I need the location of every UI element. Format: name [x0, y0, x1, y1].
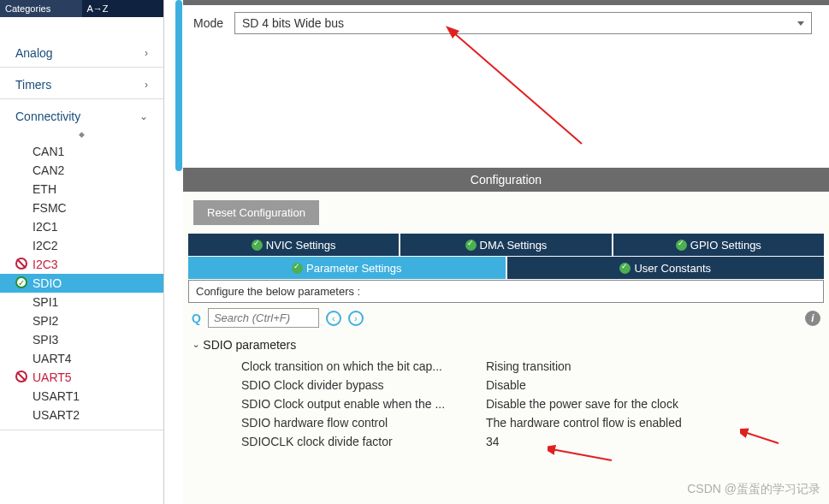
periph-uart4[interactable]: UART4 — [0, 349, 163, 368]
param-value[interactable]: Rising transition — [486, 359, 817, 373]
main-panel: Mode SD 4 bits Wide bus Configuration Re… — [183, 0, 829, 504]
param-name: Clock transition on which the bit cap... — [195, 359, 486, 373]
disabled-icon — [15, 371, 27, 382]
periph-uart5[interactable]: UART5 — [0, 368, 163, 387]
tab-parameter-settings[interactable]: Parameter Settings — [188, 257, 506, 279]
param-name: SDIO Clock output enable when the ... — [195, 397, 486, 411]
periph-can1[interactable]: CAN1 — [0, 142, 163, 161]
param-section-header[interactable]: ›SDIO parameters — [195, 336, 817, 353]
search-row: Q ‹ › i — [188, 303, 824, 333]
search-input[interactable] — [208, 308, 319, 328]
periph-spi1[interactable]: SPI1 — [0, 293, 163, 311]
periph-can2[interactable]: CAN2 — [0, 161, 163, 180]
periph-i2c3[interactable]: I2C3 — [0, 255, 163, 274]
periph-sdio[interactable]: ✓SDIO — [0, 274, 163, 293]
tab-gpio-settings[interactable]: GPIO Settings — [613, 234, 824, 256]
chevron-down-icon: ⌄ — [139, 110, 148, 122]
periph-eth[interactable]: ETH — [0, 180, 163, 199]
disabled-icon — [15, 258, 27, 270]
sidebar: Categories A→Z Analog › Timers › Connect… — [0, 0, 164, 504]
param-row[interactable]: SDIO Clock divider bypassDisable — [195, 376, 817, 394]
check-icon — [676, 240, 687, 251]
peripheral-list: CAN1 CAN2 ETH FSMC I2C1 I2C2 I2C3 ✓SDIO … — [0, 140, 163, 430]
reset-configuration-button[interactable]: Reset Configuration — [193, 200, 319, 225]
check-icon — [619, 263, 631, 274]
mode-label: Mode — [193, 16, 234, 30]
az-tab[interactable]: A→Z — [82, 0, 164, 17]
param-value[interactable]: 34 — [486, 435, 817, 448]
category-connectivity[interactable]: Connectivity ⌄ — [0, 99, 163, 130]
param-value[interactable]: The hardware control flow is enabled — [486, 416, 817, 430]
sidebar-header: Categories A→Z — [0, 0, 163, 17]
config-hint: Configure the below parameters : — [188, 280, 824, 303]
category-label: Analog — [15, 46, 53, 60]
chevron-right-icon: › — [145, 47, 148, 59]
check-icon — [292, 263, 303, 274]
periph-usart1[interactable]: USART1 — [0, 387, 163, 406]
param-name: SDIO Clock divider bypass — [195, 378, 486, 392]
chevron-down-icon: › — [192, 345, 201, 347]
param-value[interactable]: Disable — [486, 378, 817, 392]
sort-icon[interactable]: ◆ — [0, 130, 163, 140]
tab-dma-settings[interactable]: DMA Settings — [400, 234, 611, 256]
category-analog[interactable]: Analog › — [0, 36, 163, 67]
param-section: ›SDIO parameters Clock transition on whi… — [188, 333, 824, 454]
periph-i2c1[interactable]: I2C1 — [0, 217, 163, 236]
check-icon: ✓ — [15, 276, 27, 288]
periph-spi2[interactable]: SPI2 — [0, 311, 163, 330]
categories-tab[interactable]: Categories — [0, 0, 82, 17]
info-icon[interactable]: i — [805, 311, 820, 326]
chevron-right-icon: › — [145, 79, 148, 91]
check-icon — [465, 240, 477, 251]
param-row[interactable]: SDIO Clock output enable when the ...Dis… — [195, 394, 817, 413]
check-icon — [252, 240, 263, 251]
mode-row: Mode SD 4 bits Wide bus — [183, 5, 829, 41]
config-tabs-row2: Parameter Settings User Constants — [188, 257, 824, 279]
category-label: Connectivity — [15, 110, 80, 123]
param-row[interactable]: Clock transition on which the bit cap...… — [195, 357, 817, 376]
config-tabs-row1: NVIC Settings DMA Settings GPIO Settings — [188, 234, 824, 256]
periph-fsmc[interactable]: FSMC — [0, 199, 163, 217]
category-timers[interactable]: Timers › — [0, 68, 163, 98]
param-name: SDIO hardware flow control — [195, 416, 486, 430]
config-body: Reset Configuration NVIC Settings DMA Se… — [183, 192, 829, 504]
mode-select[interactable]: SD 4 bits Wide bus — [234, 12, 812, 34]
watermark: CSDN @蛋蛋的学习记录 — [687, 482, 820, 497]
configuration-header: Configuration — [183, 168, 829, 192]
category-label: Timers — [15, 78, 51, 92]
tab-nvic-settings[interactable]: NVIC Settings — [188, 234, 399, 256]
search-icon[interactable]: Q — [192, 311, 201, 325]
search-prev-button[interactable]: ‹ — [326, 311, 341, 326]
param-value[interactable]: Disable the power save for the clock — [486, 397, 817, 411]
param-table: Clock transition on which the bit cap...… — [195, 357, 817, 451]
periph-spi3[interactable]: SPI3 — [0, 330, 163, 349]
tab-user-constants[interactable]: User Constants — [507, 257, 825, 279]
periph-usart2[interactable]: USART2 — [0, 406, 163, 424]
scroll-indicator[interactable] — [175, 0, 182, 171]
param-row[interactable]: SDIO hardware flow controlThe hardware c… — [195, 413, 817, 432]
periph-i2c2[interactable]: I2C2 — [0, 236, 163, 255]
search-next-button[interactable]: › — [348, 311, 364, 326]
param-row[interactable]: SDIOCLK clock divide factor34 — [195, 432, 817, 451]
param-name: SDIOCLK clock divide factor — [195, 435, 486, 448]
